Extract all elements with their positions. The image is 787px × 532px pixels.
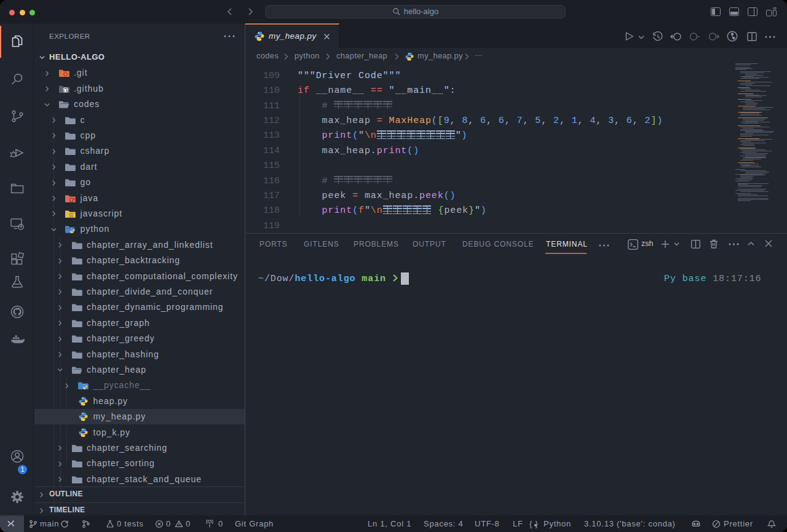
- svg-text:JS: JS: [70, 213, 75, 217]
